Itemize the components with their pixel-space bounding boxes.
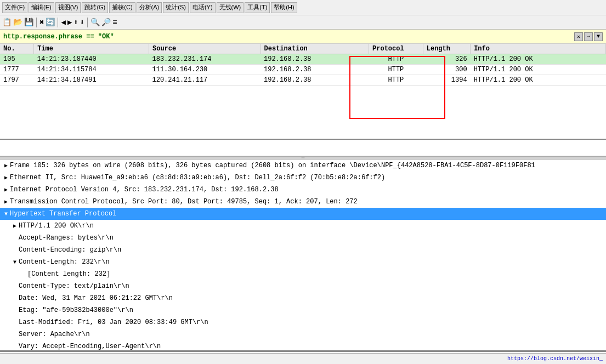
detail-item-etag[interactable]: ▶Etag: "afe-59b382b43000e"\r\n: [0, 304, 606, 316]
col-header-destination: Destination: [260, 44, 369, 54]
detail-text-vary: Vary: Accept-Encoding,User-Agent\r\n: [19, 342, 602, 351]
detail-text-http-status: HTTP/1.1 200 OK\r\n: [19, 221, 602, 231]
detail-text-content-length-val: [Content length: 232]: [27, 269, 602, 279]
table-row[interactable]: 1777 14:21:34.115784 111.30.164.230 192.…: [0, 65, 606, 75]
goto-menu[interactable]: 跳转(G): [82, 2, 108, 13]
cell-protocol: HTTP: [369, 54, 423, 65]
filter-close-button[interactable]: ✕: [574, 32, 583, 41]
detail-item-date[interactable]: ▶Date: Wed, 31 Mar 2021 06:21:22 GMT\r\n: [0, 292, 606, 304]
cell-no: 105: [0, 54, 34, 65]
detail-item-ip[interactable]: ▶Internet Protocol Version 4, Src: 183.2…: [0, 184, 606, 196]
detail-item-last-modified[interactable]: ▶Last-Modified: Fri, 03 Jan 2020 08:33:4…: [0, 316, 606, 328]
status-bar: https://blog.csdn.net/weixin_: [0, 353, 606, 364]
cell-time: 14:21:23.187440: [34, 54, 149, 65]
view-menu[interactable]: 视图(V): [55, 2, 81, 13]
detail-item-server[interactable]: ▶Server: Apache\r\n: [0, 328, 606, 340]
table-row[interactable]: 105 14:21:23.187440 183.232.231.174 192.…: [0, 54, 606, 65]
cell-source: 120.241.21.117: [149, 75, 260, 86]
expand-icon-http-status[interactable]: ▶: [13, 222, 16, 230]
status-link[interactable]: https://blog.csdn.net/weixin_: [507, 356, 603, 362]
stats-menu[interactable]: 统计(S): [163, 2, 189, 13]
tools-menu[interactable]: 工具(T): [245, 2, 270, 13]
wireless-menu[interactable]: 无线(W): [217, 2, 244, 13]
cell-source: 183.232.231.174: [149, 54, 260, 65]
expand-icon-frame[interactable]: ▶: [4, 162, 8, 170]
packet-empty-space: [0, 140, 606, 156]
cell-destination: 192.168.2.38: [260, 54, 369, 65]
list-icon[interactable]: ≡: [112, 18, 117, 27]
detail-text-ethernet: Ethernet II, Src: HuaweiTe_a9:eb:a6 (c8:…: [10, 173, 602, 183]
filter-dropdown[interactable]: ▼: [594, 32, 603, 41]
col-header-source: Source: [149, 44, 260, 54]
col-header-time: Time: [34, 44, 149, 54]
detail-item-ethernet[interactable]: ▶Ethernet II, Src: HuaweiTe_a9:eb:a6 (c8…: [0, 172, 606, 184]
capture-menu[interactable]: 捕获(C): [109, 2, 135, 13]
detail-item-http[interactable]: ▼Hypertext Transfer Protocol: [0, 208, 606, 220]
cell-length: 1394: [423, 75, 470, 86]
open-icon[interactable]: 📂: [13, 18, 22, 27]
expand-icon-tcp[interactable]: ▶: [4, 198, 8, 206]
detail-text-date: Date: Wed, 31 Mar 2021 06:21:22 GMT\r\n: [19, 293, 602, 303]
filter-input[interactable]: [3, 33, 572, 41]
table-row[interactable]: 1797 14:21:34.187491 120.241.21.117 192.…: [0, 75, 606, 86]
cell-no: 1797: [0, 75, 34, 86]
table-header-row: No. Time Source Destination Protocol Len…: [0, 44, 606, 54]
cell-no: 1777: [0, 65, 34, 75]
detail-panel: ▶Frame 105: 326 bytes on wire (2608 bits…: [0, 160, 606, 351]
analyze-menu[interactable]: 分析(A): [137, 2, 162, 13]
help-menu[interactable]: 帮助(H): [271, 2, 297, 13]
expand-icon-ip[interactable]: ▶: [4, 186, 8, 194]
cell-source: 111.30.164.230: [149, 65, 260, 75]
cell-destination: 192.168.2.38: [260, 75, 369, 86]
expand-icon-content-length[interactable]: ▼: [13, 258, 16, 266]
detail-text-http: Hypertext Transfer Protocol: [10, 209, 602, 219]
cell-length: 300: [423, 65, 470, 75]
cell-protocol: HTTP: [369, 65, 423, 75]
detail-item-vary[interactable]: ▶Vary: Accept-Encoding,User-Agent\r\n: [0, 340, 606, 351]
detail-text-content-encoding: Content-Encoding: gzip\r\n: [19, 245, 602, 255]
icon-toolbar: 📋 📂 💾 ✖ 🔄 ◀ ▶ ⬆ ⬇ 🔍 🔎 ≡: [0, 15, 606, 30]
main-toolbar: 文件(F) 编辑(E) 视图(V) 跳转(G) 捕获(C) 分析(A) 统计(S…: [0, 0, 606, 15]
detail-item-content-length-val[interactable]: ▶[Content length: 232]: [0, 268, 606, 280]
separator2: [58, 18, 58, 27]
scroll-up-icon[interactable]: ⬆: [73, 18, 78, 27]
col-header-no: No.: [0, 44, 34, 54]
col-header-protocol: Protocol: [369, 44, 423, 54]
forward-icon[interactable]: ▶: [67, 18, 72, 27]
back-icon[interactable]: ◀: [61, 18, 65, 27]
separator3: [87, 18, 88, 27]
cell-destination: 192.168.2.38: [260, 65, 369, 75]
new-capture-icon[interactable]: 📋: [2, 18, 12, 27]
detail-item-accept-ranges[interactable]: ▶Accept-Ranges: bytes\r\n: [0, 232, 606, 244]
filter-bar: ✕ → ▼: [0, 30, 606, 44]
close-icon[interactable]: ✖: [39, 18, 44, 27]
packet-list-panel: No. Time Source Destination Protocol Len…: [0, 44, 606, 140]
detail-text-ip: Internet Protocol Version 4, Src: 183.23…: [10, 185, 602, 195]
detail-item-content-encoding[interactable]: ▶Content-Encoding: gzip\r\n: [0, 244, 606, 256]
edit-menu[interactable]: 编辑(E): [29, 2, 54, 13]
detail-item-content-length[interactable]: ▼Content-Length: 232\r\n: [0, 256, 606, 268]
cell-info: HTTP/1.1 200 OK: [471, 54, 606, 65]
reload-icon[interactable]: 🔄: [46, 18, 55, 27]
cell-info: HTTP/1.1 200 OK: [471, 65, 606, 75]
expand-icon-ethernet[interactable]: ▶: [4, 174, 8, 182]
separator1: [36, 18, 37, 27]
scroll-down-icon[interactable]: ⬇: [80, 18, 84, 27]
detail-text-etag: Etag: "afe-59b382b43000e"\r\n: [19, 305, 602, 315]
save-icon[interactable]: 💾: [24, 18, 33, 27]
filter-arrow-right[interactable]: →: [584, 32, 593, 41]
zoom-in-icon[interactable]: 🔍: [90, 18, 100, 27]
cell-length: 326: [423, 54, 470, 65]
phone-menu[interactable]: 电话(Y): [190, 2, 216, 13]
detail-item-tcp[interactable]: ▶Transmission Control Protocol, Src Port…: [0, 196, 606, 208]
expand-icon-http[interactable]: ▼: [4, 210, 8, 218]
col-header-length: Length: [423, 44, 470, 54]
detail-item-content-type[interactable]: ▶Content-Type: text/plain\r\n: [0, 280, 606, 292]
zoom-out-icon[interactable]: 🔎: [101, 18, 111, 27]
detail-item-http-status[interactable]: ▶HTTP/1.1 200 OK\r\n: [0, 220, 606, 232]
detail-text-server: Server: Apache\r\n: [19, 329, 602, 339]
cell-info: HTTP/1.1 200 OK: [471, 75, 606, 86]
detail-item-frame[interactable]: ▶Frame 105: 326 bytes on wire (2608 bits…: [0, 160, 606, 172]
file-menu[interactable]: 文件(F): [2, 2, 27, 13]
packet-table: No. Time Source Destination Protocol Len…: [0, 44, 606, 86]
